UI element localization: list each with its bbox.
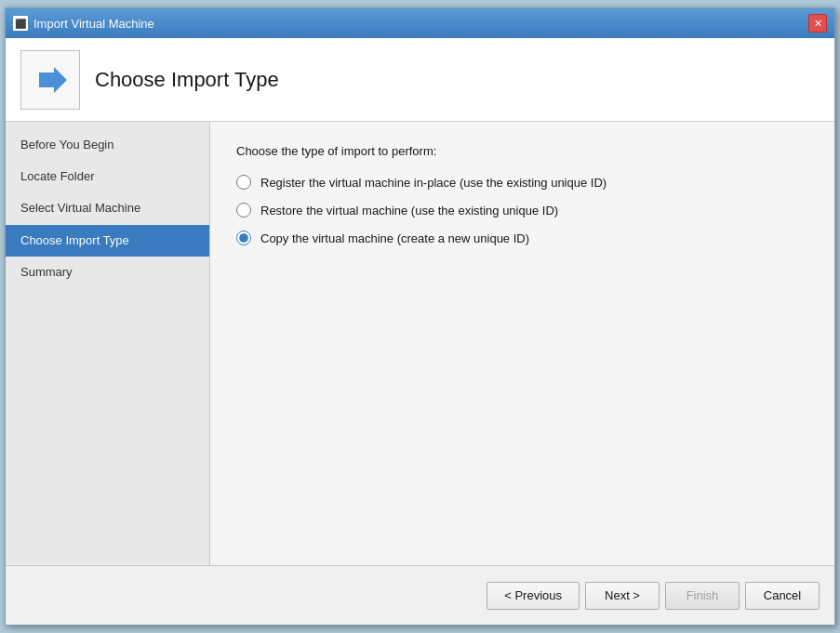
import-arrow-icon bbox=[32, 61, 69, 99]
sidebar-item-locate-folder[interactable]: Locate Folder bbox=[6, 161, 209, 192]
close-button[interactable]: ✕ bbox=[808, 14, 827, 33]
window-icon: ⬛ bbox=[13, 16, 28, 31]
import-type-radio-group: Register the virtual machine in-place (u… bbox=[236, 175, 808, 245]
previous-button[interactable]: < Previous bbox=[487, 582, 580, 610]
radio-register[interactable] bbox=[236, 175, 251, 190]
radio-item-restore[interactable]: Restore the virtual machine (use the exi… bbox=[236, 203, 808, 218]
sidebar-item-before-you-begin[interactable]: Before You Begin bbox=[6, 129, 209, 161]
radio-item-copy[interactable]: Copy the virtual machine (create a new u… bbox=[236, 231, 808, 245]
content-area: Before You Begin Locate Folder Select Vi… bbox=[6, 122, 834, 565]
title-bar-left: ⬛ Import Virtual Machine bbox=[13, 16, 154, 31]
sidebar-item-summary[interactable]: Summary bbox=[6, 257, 209, 288]
title-bar: ⬛ Import Virtual Machine ✕ bbox=[6, 8, 834, 38]
header-icon-box bbox=[20, 50, 80, 110]
finish-button[interactable]: Finish bbox=[665, 582, 740, 610]
radio-restore-label: Restore the virtual machine (use the exi… bbox=[260, 204, 558, 218]
radio-register-label: Register the virtual machine in-place (u… bbox=[260, 176, 607, 190]
radio-copy-label: Copy the virtual machine (create a new u… bbox=[260, 231, 529, 245]
svg-marker-0 bbox=[39, 67, 67, 93]
window-title: Import Virtual Machine bbox=[33, 17, 154, 31]
page-title: Choose Import Type bbox=[95, 68, 279, 92]
cancel-button[interactable]: Cancel bbox=[745, 582, 820, 610]
import-vm-window: ⬛ Import Virtual Machine ✕ Choose Import… bbox=[5, 7, 835, 626]
header-area: Choose Import Type bbox=[6, 38, 834, 122]
main-content: Choose the type of import to perform: Re… bbox=[210, 122, 834, 565]
radio-restore[interactable] bbox=[236, 203, 251, 218]
section-label: Choose the type of import to perform: bbox=[236, 144, 808, 158]
sidebar-item-select-vm[interactable]: Select Virtual Machine bbox=[6, 192, 209, 224]
footer: < Previous Next > Finish Cancel bbox=[6, 565, 834, 625]
sidebar: Before You Begin Locate Folder Select Vi… bbox=[6, 122, 210, 565]
sidebar-item-choose-import-type[interactable]: Choose Import Type bbox=[6, 225, 209, 257]
next-button[interactable]: Next > bbox=[585, 582, 660, 610]
radio-item-register[interactable]: Register the virtual machine in-place (u… bbox=[236, 175, 808, 190]
radio-copy[interactable] bbox=[236, 231, 251, 245]
